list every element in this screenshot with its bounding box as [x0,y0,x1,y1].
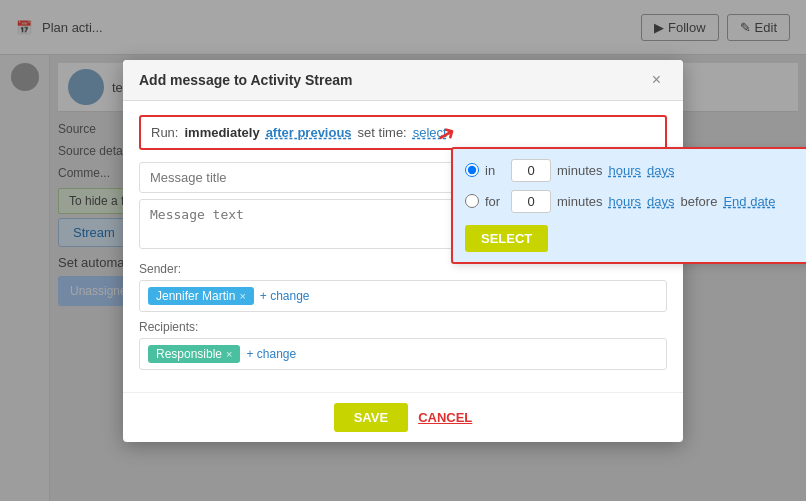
time-in-days[interactable]: days [647,163,674,178]
sender-row: Sender: Jennifer Martin × + change [139,262,667,312]
time-for-minutes[interactable]: minutes [557,194,603,209]
modal-close-button[interactable]: × [646,70,667,90]
run-immediately[interactable]: immediately [184,125,259,140]
time-popup: in minutes hours days ? for minutes hour… [451,147,806,264]
time-in-label: in [485,163,505,178]
run-label: Run: [151,125,178,140]
time-for-row: for minutes hours days before End date ? [465,190,806,213]
sender-field-box: Jennifer Martin × + change [139,280,667,312]
time-in-row: in minutes hours days ? [465,159,806,182]
time-for-before: before [681,194,718,209]
sender-tag-close[interactable]: × [239,290,245,302]
time-for-days[interactable]: days [647,194,674,209]
time-in-hours[interactable]: hours [609,163,642,178]
recipients-row: Recipients: Responsible × + change [139,320,667,370]
save-button[interactable]: SAVE [334,403,408,432]
modal-title: Add message to Activity Stream [139,72,352,88]
modal-header: Add message to Activity Stream × [123,60,683,101]
recipients-name: Responsible [156,347,222,361]
modal-body: Run: immediately after previous set time… [123,101,683,392]
arrow-indicator: ➜ [432,118,461,150]
sender-name: Jennifer Martin [156,289,235,303]
time-select-button[interactable]: SELECT [465,225,548,252]
recipients-field-box: Responsible × + change [139,338,667,370]
time-in-radio[interactable] [465,163,479,177]
time-for-end-date[interactable]: End date [723,194,775,209]
recipients-tag: Responsible × [148,345,240,363]
run-set-time-label: set time: [358,125,407,140]
sender-tag: Jennifer Martin × [148,287,254,305]
time-for-value[interactable] [511,190,551,213]
recipients-label: Recipients: [139,320,667,334]
time-for-label: for [485,194,505,209]
time-for-radio[interactable] [465,194,479,208]
run-after-previous[interactable]: after previous [266,125,352,140]
time-in-minutes[interactable]: minutes [557,163,603,178]
cancel-button[interactable]: CANCEL [418,410,472,425]
time-for-hours[interactable]: hours [609,194,642,209]
time-in-value[interactable] [511,159,551,182]
sender-label: Sender: [139,262,667,276]
recipients-change-link[interactable]: + change [246,347,296,361]
run-row: Run: immediately after previous set time… [139,115,667,150]
modal-overlay: Add message to Activity Stream × Run: im… [0,0,806,501]
sender-change-link[interactable]: + change [260,289,310,303]
modal-dialog: Add message to Activity Stream × Run: im… [123,60,683,442]
recipients-tag-close[interactable]: × [226,348,232,360]
modal-footer: SAVE CANCEL [123,392,683,442]
